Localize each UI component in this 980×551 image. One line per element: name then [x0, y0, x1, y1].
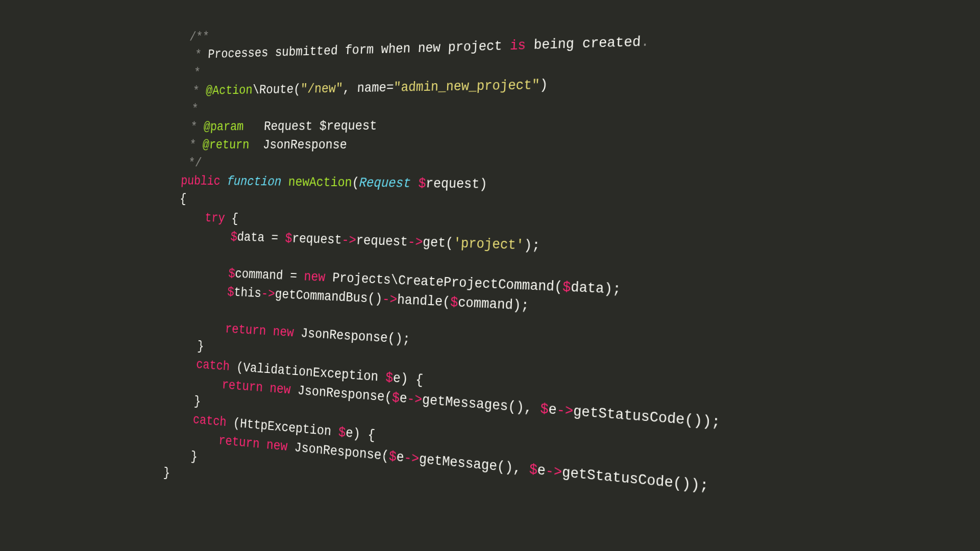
docblock-return: * @return JsonResponse	[183, 138, 348, 152]
open-brace: {	[180, 192, 187, 206]
blank-line	[173, 301, 180, 315]
close-brace: }	[163, 465, 170, 480]
docblock-line: *	[187, 66, 201, 81]
docblock-line: * Processes submitted form when new proj…	[188, 34, 649, 62]
docblock-line: *	[185, 102, 199, 116]
docblock-action-route: * @Action\Route("/new", name="admin_new_…	[186, 78, 548, 98]
catch-close: }	[167, 392, 201, 409]
try-line: try {	[178, 210, 238, 226]
docblock-close: */	[182, 156, 202, 170]
try-close: }	[170, 337, 204, 354]
assign-data: $data = $request->request->get('project'…	[177, 229, 541, 254]
docblock-open: /**	[189, 30, 210, 44]
php-code-block: /** * Processes submitted form when new …	[162, 0, 872, 551]
catch-close: }	[164, 447, 198, 464]
return-http: return new JsonResponse($e->getMessage()…	[165, 429, 709, 495]
code-slide: /** * Processes submitted form when new …	[0, 0, 980, 551]
function-signature: public function newAction(Request $reque…	[181, 174, 488, 192]
docblock-param: * @param Request $request	[184, 119, 377, 134]
blank-line	[176, 246, 183, 261]
return-json: return new JsonResponse();	[172, 319, 411, 348]
